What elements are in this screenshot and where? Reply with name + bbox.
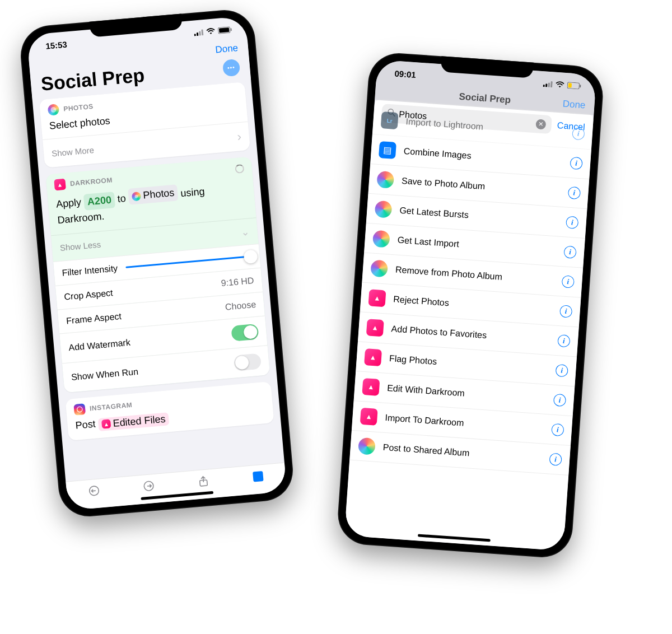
info-button[interactable]: i xyxy=(557,334,570,347)
action-card-instagram[interactable]: INSTAGRAM Post Edited Files xyxy=(66,381,274,441)
darkroom-icon xyxy=(101,419,111,428)
background-title: Social Prep xyxy=(459,91,511,105)
svg-rect-10 xyxy=(543,85,545,87)
filter-token[interactable]: A200 xyxy=(83,192,115,211)
cellular-icon xyxy=(194,27,204,38)
darkroom-icon xyxy=(368,289,386,307)
action-picker-sheet: ✕ Cancel Import to LightroomiCombine Ima… xyxy=(344,99,594,551)
svg-rect-1 xyxy=(197,32,199,35)
svg-rect-16 xyxy=(580,85,581,87)
svg-rect-3 xyxy=(201,29,203,35)
redo-button[interactable] xyxy=(140,477,157,494)
wifi-icon xyxy=(206,26,216,36)
more-button[interactable] xyxy=(222,58,241,77)
screen-right: 09:01 Social Prep Done xyxy=(344,59,596,551)
darkroom-icon xyxy=(362,378,380,396)
svg-rect-2 xyxy=(199,31,201,35)
svg-rect-11 xyxy=(545,83,547,87)
action-list[interactable]: Import to LightroomiCombine ImagesiSave … xyxy=(344,105,594,551)
info-button[interactable]: i xyxy=(570,157,582,170)
shortcuts-icon xyxy=(379,141,396,159)
word-darkroom: Darkroom. xyxy=(57,210,105,225)
svg-rect-6 xyxy=(230,28,231,31)
add-watermark-toggle[interactable] xyxy=(231,323,259,341)
edited-files-label: Edited Files xyxy=(113,413,166,429)
spinner-icon xyxy=(235,164,244,174)
photos-icon xyxy=(376,171,394,189)
action-title: Select photos xyxy=(49,115,110,131)
action-label: Edit With Darkroom xyxy=(387,383,547,404)
undo-button[interactable] xyxy=(86,482,102,499)
action-card-darkroom[interactable]: DARKROOM Apply A200 to Photos using Dark… xyxy=(45,157,270,393)
share-button[interactable] xyxy=(195,473,212,490)
word-post: Post xyxy=(75,418,96,431)
instagram-icon xyxy=(73,403,86,416)
action-label: Post to Shared Album xyxy=(382,442,542,464)
add-watermark-label: Add Watermark xyxy=(68,337,131,353)
status-icons xyxy=(194,25,232,38)
svg-rect-12 xyxy=(548,82,550,87)
crop-aspect-value: 9:16 HD xyxy=(221,276,254,288)
svg-rect-15 xyxy=(568,83,572,87)
phone-left: 15:53 Done Social Prep xyxy=(18,7,295,519)
show-when-run-toggle[interactable] xyxy=(234,353,262,371)
edited-files-token[interactable]: Edited Files xyxy=(98,412,170,431)
lightroom-icon xyxy=(381,111,399,129)
action-label: Import to Lightroom xyxy=(405,116,565,138)
show-more-label: Show More xyxy=(51,145,94,158)
photos-token[interactable]: Photos xyxy=(128,184,178,205)
slider-thumb[interactable] xyxy=(244,249,258,264)
photos-icon xyxy=(370,259,388,277)
screen-left: 15:53 Done Social Prep xyxy=(27,16,287,511)
info-button[interactable]: i xyxy=(562,275,575,288)
info-button[interactable]: i xyxy=(572,127,585,140)
photos-icon xyxy=(358,437,376,455)
wifi-icon xyxy=(555,80,564,90)
info-button[interactable]: i xyxy=(549,453,562,466)
photos-icon xyxy=(372,230,390,248)
svg-rect-5 xyxy=(219,27,230,33)
photos-token-label: Photos xyxy=(142,185,175,203)
info-button[interactable]: i xyxy=(566,216,578,229)
darkroom-icon xyxy=(360,408,378,426)
filter-intensity-label: Filter Intensity xyxy=(62,263,118,278)
info-button[interactable]: i xyxy=(559,305,572,318)
filter-intensity-slider[interactable] xyxy=(125,255,252,268)
svg-rect-13 xyxy=(550,81,553,87)
shortcut-editor: PHOTOS Select photos Show More DARKROOM xyxy=(32,81,284,482)
chevron-down-icon xyxy=(241,225,250,238)
show-when-run-label: Show When Run xyxy=(71,366,138,382)
status-time: 09:01 xyxy=(394,68,416,80)
action-label: Get Last Import xyxy=(397,235,557,257)
chevron-right-icon xyxy=(236,129,242,144)
background-done[interactable]: Done xyxy=(562,99,586,111)
info-button[interactable]: i xyxy=(563,245,576,258)
svg-rect-0 xyxy=(194,34,196,36)
photos-icon xyxy=(375,201,393,218)
battery-icon xyxy=(217,25,232,35)
action-label: Save to Photo Album xyxy=(402,176,561,197)
crop-aspect-label: Crop Aspect xyxy=(64,288,113,302)
action-label: Get Latest Bursts xyxy=(399,206,559,227)
cellular-icon xyxy=(543,79,553,89)
done-button[interactable]: Done xyxy=(215,43,239,55)
info-button[interactable]: i xyxy=(556,364,568,377)
status-time: 15:53 xyxy=(45,39,68,50)
darkroom-icon xyxy=(364,348,382,366)
status-icons xyxy=(543,79,581,91)
word-using: using xyxy=(180,186,206,199)
word-to: to xyxy=(117,193,127,204)
battery-low-icon xyxy=(567,81,581,91)
darkroom-icon xyxy=(54,179,66,191)
card-app-label: DARKROOM xyxy=(69,176,113,188)
info-button[interactable]: i xyxy=(568,187,581,199)
info-button[interactable]: i xyxy=(551,423,564,436)
action-label: Flag Photos xyxy=(389,353,548,375)
photos-icon xyxy=(132,192,141,201)
action-label: Combine Images xyxy=(403,146,563,167)
action-label: Reject Photos xyxy=(393,294,553,315)
frame-aspect-label: Frame Aspect xyxy=(66,311,122,326)
card-app-label: PHOTOS xyxy=(63,102,94,113)
stop-button[interactable] xyxy=(250,468,267,484)
info-button[interactable]: i xyxy=(553,394,566,407)
